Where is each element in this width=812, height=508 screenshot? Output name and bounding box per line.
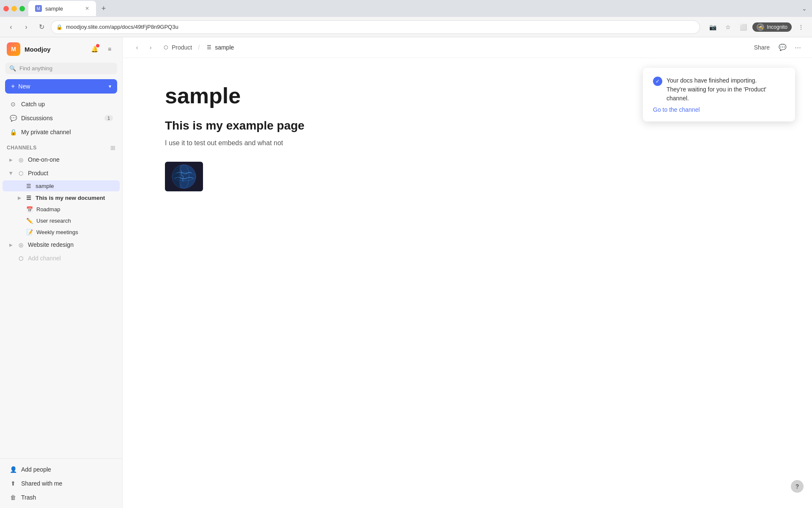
active-tab[interactable]: M sample ✕ xyxy=(28,1,96,16)
trash-label: Trash xyxy=(21,494,36,501)
product-breadcrumb-icon: ⬡ xyxy=(162,44,169,51)
comment-button[interactable]: 💬 xyxy=(776,41,788,53)
doc-label: User research xyxy=(36,218,71,224)
expand-icon: ▶ xyxy=(9,157,13,162)
new-tab-button[interactable]: + xyxy=(98,3,110,14)
doc-label: sample xyxy=(36,183,54,189)
incognito-label: Incognito xyxy=(767,24,787,30)
notification-dot xyxy=(96,44,99,47)
notifications-button[interactable]: 🔔 xyxy=(88,43,100,55)
earth-svg xyxy=(171,164,197,189)
help-button[interactable]: ? xyxy=(791,480,804,493)
toast-line1: Your docs have finished importing. xyxy=(667,77,757,84)
notepad-icon: 📝 xyxy=(26,229,33,235)
menu-button[interactable]: ⋮ xyxy=(795,21,807,33)
forward-button[interactable]: › xyxy=(20,21,32,33)
search-icon: 🔍 xyxy=(9,65,16,72)
breadcrumb-product-label: Product xyxy=(172,44,192,51)
address-bar[interactable]: 🔒 moodjoy.slite.com/app/docs/49tFjP8n9GP… xyxy=(51,20,700,34)
doc-new-document[interactable]: ▶ ☰ This is my new document xyxy=(3,192,120,203)
doc-label: This is my new document xyxy=(36,195,105,201)
more-options-button[interactable]: ⋯ xyxy=(792,41,804,53)
maximize-traffic-light[interactable] xyxy=(19,6,25,11)
search-bar[interactable]: 🔍 Find anything xyxy=(5,63,117,74)
back-nav-button[interactable]: ‹ xyxy=(131,41,143,53)
close-traffic-light[interactable] xyxy=(3,6,9,11)
channel-product[interactable]: ▶ ⬡ Product xyxy=(3,167,120,179)
private-label: My private channel xyxy=(21,129,71,135)
sidebar: M Moodjoy 🔔 ≡ 🔍 Find anything + New ▾ ⊙ xyxy=(0,37,123,508)
trash-icon: 🗑 xyxy=(9,494,17,501)
share-button[interactable]: Share xyxy=(751,42,773,52)
tab-title: sample xyxy=(45,6,63,12)
back-button[interactable]: ‹ xyxy=(5,21,17,33)
bookmark-icon[interactable]: ☆ xyxy=(722,21,734,33)
roadmap-icon: 📅 xyxy=(26,206,33,213)
camera-off-icon: 📷 xyxy=(707,21,719,33)
logo-letter: M xyxy=(11,46,16,52)
doc-weekly-meetings[interactable]: 📝 Weekly meetings xyxy=(3,227,120,237)
check-icon: ✓ xyxy=(653,77,662,86)
catchup-icon: ⊙ xyxy=(9,100,17,108)
catchup-label: Catch up xyxy=(21,101,45,108)
add-channel-item[interactable]: ▶ ⬡ Add channel xyxy=(3,252,120,265)
doc-embed[interactable] xyxy=(165,162,203,191)
sidebar-bottom: 👤 Add people ⬆ Shared with me 🗑 Trash xyxy=(0,458,122,508)
tab-list-button[interactable]: ⌄ xyxy=(800,3,809,14)
doc-breadcrumb-icon: ☰ xyxy=(206,44,212,51)
reload-button[interactable]: ↻ xyxy=(36,21,47,33)
breadcrumb-product[interactable]: ⬡ Product xyxy=(160,43,195,52)
channel-label: One-on-one xyxy=(28,156,60,163)
add-people-label: Add people xyxy=(21,466,51,473)
new-button[interactable]: + New ▾ xyxy=(5,79,117,94)
incognito-icon: 🕵 xyxy=(757,23,764,31)
tab-close-button[interactable]: ✕ xyxy=(85,6,89,11)
lock-icon: 🔒 xyxy=(9,128,17,136)
channel-website-redesign[interactable]: ▶ ◎ Website redesign xyxy=(3,238,120,251)
toolbar: ‹ › ⬡ Product / ☰ sample Share 💬 ⋯ xyxy=(123,37,812,58)
forward-nav-button[interactable]: › xyxy=(145,41,156,53)
channel-one-on-one[interactable]: ▶ ◎ One-on-one xyxy=(3,153,120,166)
search-placeholder: Find anything xyxy=(19,65,52,72)
channel-icon: ⬡ xyxy=(17,254,25,262)
add-person-icon: 👤 xyxy=(9,466,17,473)
new-button-label: New xyxy=(18,83,30,90)
doc-icon: ☰ xyxy=(25,194,32,201)
channels-section-header: Channels ⊞ xyxy=(0,141,122,153)
breadcrumb-separator: / xyxy=(198,44,200,51)
toast-header: ✓ Your docs have finished importing. The… xyxy=(653,76,785,103)
pencil-icon: ✏️ xyxy=(26,218,33,224)
discussions-icon: 💬 xyxy=(9,114,17,122)
sidebar-item-catchup[interactable]: ⊙ Catch up xyxy=(3,97,120,111)
discussions-badge: 1 xyxy=(104,115,113,121)
expand-icon: ▶ xyxy=(9,171,14,175)
doc-roadmap[interactable]: 📅 Roadmap xyxy=(3,204,120,215)
plus-icon: + xyxy=(11,83,15,90)
sidebar-item-discussions[interactable]: 💬 Discussions 1 xyxy=(3,111,120,125)
lock-icon: 🔒 xyxy=(56,24,63,30)
sidebar-item-trash[interactable]: 🗑 Trash xyxy=(3,491,120,504)
channel-icon: ◎ xyxy=(17,241,25,248)
extensions-icon[interactable]: ⬜ xyxy=(737,21,749,33)
sidebar-item-add-people[interactable]: 👤 Add people xyxy=(3,463,120,476)
sidebar-item-private[interactable]: 🔒 My private channel xyxy=(3,125,120,139)
breadcrumb-sample[interactable]: ☰ sample xyxy=(203,43,236,52)
product-channel-label: Product xyxy=(28,170,48,177)
chevron-down-icon: ▾ xyxy=(109,83,111,89)
doc-label: Roadmap xyxy=(36,206,60,213)
add-channel-icon[interactable]: ⊞ xyxy=(110,144,115,151)
share-icon: ⬆ xyxy=(9,480,17,487)
doc-sample[interactable]: ▶ ☰ sample xyxy=(3,180,120,191)
sidebar-item-shared[interactable]: ⬆ Shared with me xyxy=(3,477,120,490)
sidebar-header: M Moodjoy 🔔 ≡ xyxy=(0,37,122,61)
minimize-traffic-light[interactable] xyxy=(11,6,17,11)
toast-link[interactable]: Go to the channel xyxy=(653,106,785,113)
discussions-label: Discussions xyxy=(21,115,53,121)
tab-favicon: M xyxy=(35,5,42,12)
expand-icon: ▶ xyxy=(9,243,13,247)
shared-label: Shared with me xyxy=(21,480,62,487)
sidebar-toggle-button[interactable]: ≡ xyxy=(104,43,115,55)
channel-label: Website redesign xyxy=(28,241,74,248)
expand-arrow: ▶ xyxy=(18,196,21,200)
doc-user-research[interactable]: ✏️ User research xyxy=(3,215,120,226)
